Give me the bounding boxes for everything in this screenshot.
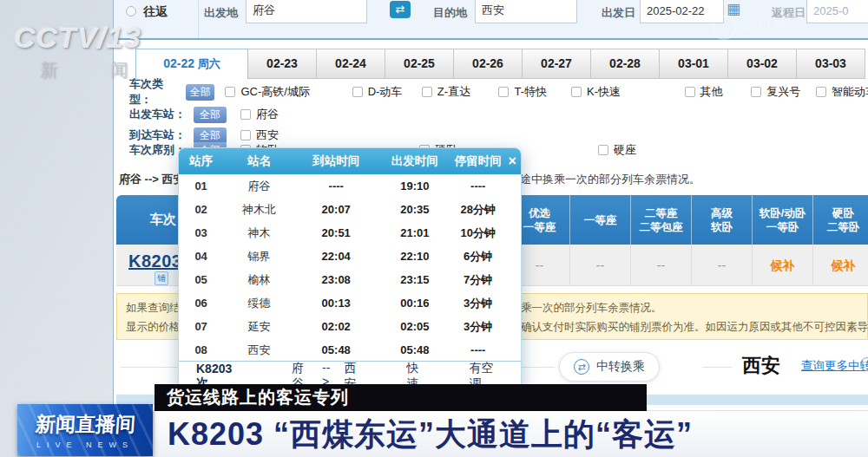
stop-row: 02神木北 20:0720:35 28分钟 [179,198,521,221]
cctv13-watermark: CCTV/13 新 闻 [14,21,153,82]
seat-cell: -- [569,245,630,285]
checkbox-icon[interactable] [751,87,761,97]
cctv-logo: CCTV/13 [14,21,153,55]
filter-checkbox[interactable]: D-动车 [352,84,422,100]
news-headline-banner: K8203 “西煤东运”大通道上的“客运” [155,411,868,457]
close-icon[interactable]: × [503,154,521,168]
to-input[interactable] [475,0,577,23]
seat-cell: -- [691,245,752,285]
column-second-class: 二等座二等包座 [630,195,691,245]
filter-checkbox[interactable]: T-特快 [498,84,571,100]
transfer-city: 西安 [742,353,780,379]
stop-row: 01府谷 ----19:10 ---- [179,174,521,198]
live-news-logo: 新闻直播间 LIVE NEWS [17,404,153,456]
date-tab[interactable]: 03-02 [728,49,797,79]
transfer-icon: ⇄ [574,359,589,375]
connector-line [702,367,732,368]
stop-row: 05榆林 23:0823:15 7分钟 [179,268,521,291]
form-divider [198,0,199,38]
stop-row: 06绥德 00:1300:16 3分钟 [179,291,521,315]
checkbox-icon[interactable] [240,109,251,120]
checkbox-icon[interactable] [240,130,251,140]
date-tab[interactable]: 02-27 [523,49,591,79]
route-from-to: 府谷 --> 西安 [119,172,184,187]
column-soft-sleeper: 软卧/动卧一等卧 [752,195,812,245]
filter-row-train-type: 车次类型： 全部 GC-高铁/城际 D-动车 Z-直达 T-特快 K-快速 其他… [129,82,868,101]
column-first-class: 一等座 [569,195,630,245]
date-tab[interactable]: 03-03 [797,49,865,79]
filter-checkbox[interactable]: GC-高铁/城际 [225,84,352,100]
column-hard-sleeper: 硬卧二等卧 [812,195,868,245]
news-video-frame: 往返 出发地 ⇄ 目的地 出发日 ▦ 返程日 02-22 周六 02-23 02… [0,0,868,457]
filter-checkbox[interactable]: 智能动车组 [816,84,868,100]
all-button[interactable]: 全部 [194,107,227,123]
filter-checkbox[interactable]: 府谷 [240,107,279,122]
date-tab[interactable]: 02-24 [317,49,385,79]
from-input[interactable] [246,0,367,23]
stop-row: 07延安 02:0202:05 3分钟 [179,315,521,338]
filter-row-depart-station: 出发车站： 全部 府谷 [129,105,868,124]
news-topic-banner: 货运线路上的客运专列 [155,384,647,411]
roundtrip-radio[interactable] [126,6,136,16]
checkbox-icon[interactable] [571,87,582,97]
checkbox-icon[interactable] [598,145,608,155]
date-tab[interactable]: 02-23 [248,49,317,79]
transfer-search-button[interactable]: ⇄ 中转换乘 [559,352,660,382]
column-deluxe-soft-sleeper: 高级软卧 [691,195,752,245]
date-tab[interactable]: 03-01 [660,49,728,79]
route-note: 途中换乘一次的部分列车余票情况。 [520,172,700,187]
filter-checkbox[interactable]: 其他 [685,84,752,100]
standby-cell[interactable]: 候补 [752,245,812,285]
standby-cell[interactable]: 候补 [812,245,868,285]
depart-date-label: 出发日 [602,5,635,21]
checkbox-icon[interactable] [422,87,432,97]
checkbox-icon[interactable] [225,87,235,97]
swap-stations-icon[interactable]: ⇄ [390,1,411,18]
stop-row: 08西安 05:4805:48 ---- [179,338,521,362]
checkbox-icon[interactable] [498,87,509,97]
filter-checkbox[interactable]: 复兴号 [751,84,816,100]
date-tab[interactable]: 02-25 [385,49,454,79]
filter-checkbox[interactable]: Z-直达 [422,84,499,100]
filter-checkbox[interactable]: 硬座 [598,142,763,158]
cctv-logo-sub: 新 闻 [40,58,153,82]
checkbox-icon[interactable] [685,87,695,97]
date-tab[interactable]: 02-28 [591,49,660,79]
date-tabs: 02-22 周六 02-23 02-24 02-25 02-26 02-27 0… [135,49,865,79]
all-button[interactable]: 全部 [186,84,214,101]
return-date-input[interactable] [806,0,868,23]
info-circle-icon[interactable] [860,357,868,371]
stop-row: 04锦界 22:0422:10 6分钟 [179,245,521,268]
from-label: 出发地 [204,5,238,21]
cntv-ring-icon [712,16,736,40]
more-transfer-link[interactable]: 查询更多中转方案 [801,358,868,374]
sleeper-badge: 铺 [155,271,168,285]
roundtrip-label: 往返 [143,4,168,20]
checkbox-icon[interactable] [816,87,826,97]
date-tab[interactable]: 02-26 [454,49,523,79]
seat-cell: -- [630,245,691,285]
to-label: 目的地 [433,5,467,21]
popup-header: 站序 站名 到站时间 出发时间 停留时间 × [179,148,521,174]
stop-row: 03神木 20:5121:01 10分钟 [179,221,521,245]
checkbox-icon[interactable] [352,87,363,97]
filter-checkbox[interactable]: K-快速 [571,84,685,100]
stop-schedule-popup: 站序 站名 到站时间 出发时间 停留时间 × 01府谷 ----19:10 --… [178,147,522,392]
cntv-watermark: 央视网 [712,16,789,40]
